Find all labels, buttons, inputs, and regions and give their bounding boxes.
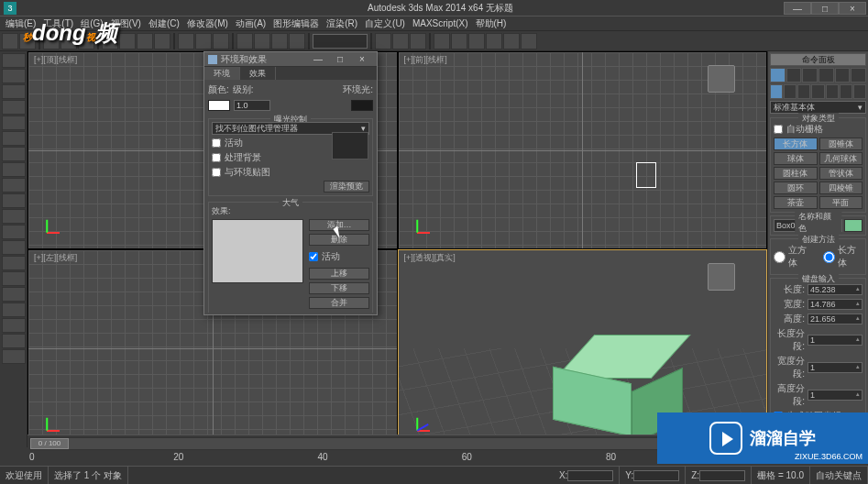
ltool-6[interactable] — [2, 131, 26, 146]
ltool-14[interactable] — [2, 256, 26, 270]
btn-pyramid[interactable]: 四棱锥 — [819, 182, 863, 194]
viewcube-persp[interactable] — [704, 259, 739, 294]
tab-create[interactable] — [770, 68, 786, 82]
tool-layer[interactable] — [410, 33, 426, 50]
level-spinner[interactable]: 1.0 — [234, 100, 270, 111]
ltool-13[interactable] — [2, 240, 26, 255]
spin-width[interactable]: 14.786 — [808, 299, 863, 310]
btn-down[interactable]: 下移 — [309, 282, 369, 294]
menu-create[interactable]: 创建(C) — [145, 17, 183, 30]
subtab-shapes[interactable] — [784, 84, 797, 99]
spin-wseg[interactable]: 1 — [808, 362, 863, 373]
btn-cone[interactable]: 圆锥体 — [819, 138, 863, 150]
tool-region[interactable] — [137, 33, 153, 50]
tab-environment[interactable]: 环境 — [204, 67, 240, 80]
primitive-category-dropdown[interactable]: 标准基本体 — [770, 101, 866, 114]
tool-spinner[interactable] — [289, 33, 305, 50]
menu-help[interactable]: 帮助(H) — [472, 17, 511, 30]
tab-utilities[interactable] — [851, 68, 866, 82]
ltool-10[interactable] — [2, 193, 26, 208]
coord-x-input[interactable] — [567, 470, 613, 481]
chk-active2[interactable] — [309, 252, 318, 261]
tool-render-frame[interactable] — [503, 33, 520, 50]
subtab-systems[interactable] — [853, 84, 866, 99]
spin-length[interactable]: 45.238 — [808, 284, 863, 295]
ltool-3[interactable] — [2, 84, 26, 99]
btn-merge[interactable]: 合并 — [309, 297, 369, 309]
tool-mirror[interactable] — [375, 33, 391, 50]
tab-display[interactable] — [835, 68, 851, 82]
tool-undo[interactable] — [2, 33, 18, 50]
dialog-titlebar[interactable]: 环境和效果 — □ × — [204, 52, 377, 67]
ltool-19[interactable] — [2, 334, 26, 348]
ltool-16[interactable] — [2, 287, 26, 302]
tool-percent[interactable] — [271, 33, 288, 50]
vp-label-top[interactable]: [+][顶][线框] — [34, 54, 77, 66]
ltool-2[interactable] — [2, 69, 26, 83]
coord-z-input[interactable] — [699, 470, 745, 481]
tool-curve[interactable] — [434, 33, 450, 50]
tab-hierarchy[interactable] — [802, 68, 818, 82]
menu-maxscript[interactable]: MAXScript(X) — [409, 18, 472, 28]
ltool-5[interactable] — [2, 116, 26, 130]
btn-torus[interactable]: 圆环 — [774, 182, 818, 194]
close-button[interactable]: × — [839, 2, 866, 15]
ltool-8[interactable] — [2, 162, 26, 177]
chk-processbg[interactable] — [212, 153, 221, 162]
btn-tube[interactable]: 管状体 — [819, 167, 863, 180]
btn-box[interactable]: 长方体 — [774, 138, 818, 150]
tool-material[interactable] — [468, 33, 485, 50]
btn-teapot[interactable]: 茶壶 — [774, 196, 818, 209]
menu-custom[interactable]: 自定义(U) — [361, 17, 409, 30]
tool-snap[interactable] — [236, 33, 253, 50]
ltool-18[interactable] — [2, 318, 26, 333]
menu-modifiers[interactable]: 修改器(M) — [183, 17, 232, 30]
dialog-min[interactable]: — — [307, 53, 329, 66]
time-ruler[interactable]: 020406080100 — [29, 452, 765, 465]
radio-box[interactable] — [823, 251, 835, 263]
tool-schematic[interactable] — [451, 33, 467, 50]
coord-dropdown[interactable] — [313, 34, 368, 49]
autokey-button[interactable]: 自动关键点 — [810, 467, 868, 484]
btn-cylinder[interactable]: 圆柱体 — [774, 167, 818, 180]
btn-up[interactable]: 上移 — [309, 268, 369, 280]
vp-label-persp[interactable]: [+][透视][真实] — [404, 252, 456, 264]
minimize-button[interactable]: — — [784, 2, 811, 15]
coord-y-input[interactable] — [633, 470, 679, 481]
tool-name[interactable] — [119, 33, 136, 50]
tab-modify[interactable] — [786, 68, 802, 82]
subtab-cameras[interactable] — [811, 84, 824, 99]
tool-render[interactable] — [521, 33, 537, 50]
viewcube-front[interactable] — [704, 61, 739, 96]
object-color-swatch[interactable] — [844, 219, 863, 232]
menu-graph[interactable]: 图形编辑器 — [269, 17, 323, 30]
btn-render-preview[interactable]: 渲染预览 — [324, 181, 369, 192]
ltool-20[interactable] — [2, 349, 26, 364]
atmos-listbox[interactable] — [212, 219, 303, 283]
viewport-front[interactable]: [+][前][线框] — [398, 51, 768, 249]
btn-geosphere[interactable]: 几何球体 — [819, 152, 863, 165]
tab-motion[interactable] — [819, 68, 834, 82]
tab-effects[interactable]: 效果 — [240, 67, 276, 80]
menu-render[interactable]: 渲染(R) — [323, 17, 361, 30]
time-slider[interactable]: 0 / 100 — [29, 437, 765, 450]
spin-height[interactable]: 21.656 — [808, 314, 863, 324]
spin-hseg[interactable]: 1 — [808, 390, 863, 401]
ltool-9[interactable] — [2, 178, 26, 192]
subtab-space[interactable] — [840, 84, 852, 99]
btn-sphere[interactable]: 球体 — [774, 152, 818, 165]
ltool-7[interactable] — [2, 147, 26, 161]
subtab-helpers[interactable] — [826, 84, 839, 99]
dialog-max[interactable]: □ — [329, 53, 351, 66]
subtab-lights[interactable] — [797, 84, 810, 99]
spin-lseg[interactable]: 1 — [808, 335, 863, 346]
ltool-11[interactable] — [2, 209, 26, 224]
tool-angle[interactable] — [254, 33, 270, 50]
bg-color-swatch[interactable] — [208, 100, 230, 111]
chk-autogrid[interactable] — [774, 125, 783, 134]
subtab-geometry[interactable] — [770, 84, 783, 99]
dialog-close[interactable]: × — [351, 53, 373, 66]
tool-rotate[interactable] — [195, 33, 212, 50]
tool-scale[interactable] — [213, 33, 229, 50]
tool-align[interactable] — [392, 33, 409, 50]
